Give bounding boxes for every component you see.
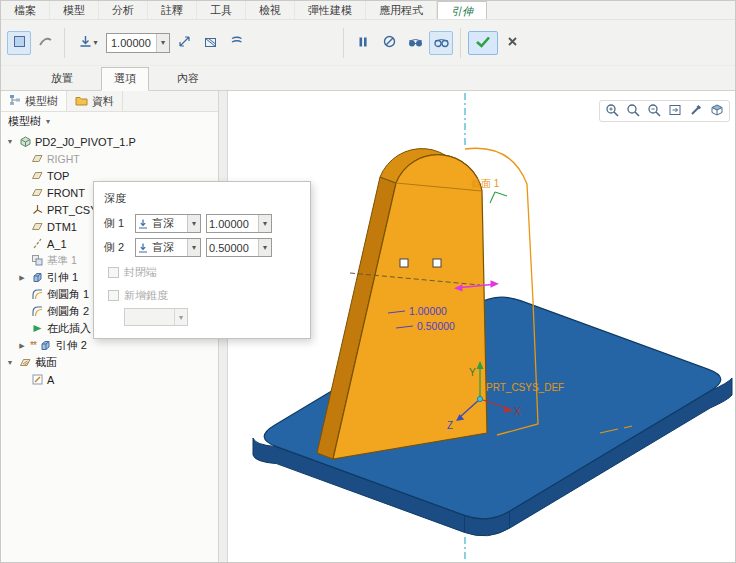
zoom-icon: [626, 103, 640, 119]
tree-item-13[interactable]: ▼截面: [1, 354, 218, 371]
solid-icon: [12, 34, 27, 51]
verify-glasses-icon: [407, 35, 424, 51]
navigator-tab-0[interactable]: 模型樹: [1, 91, 67, 111]
sections-icon: [18, 356, 32, 369]
chevron-down-icon[interactable]: ▾: [187, 239, 200, 256]
preview-glasses-icon: [433, 35, 450, 51]
creo-window: { "colors": { "ribbon_bg": "#f2f2f0", "a…: [0, 0, 736, 563]
ribbon-tab-1[interactable]: 模型: [50, 1, 99, 19]
ribbon-tab-6[interactable]: 彈性建模: [295, 1, 366, 19]
pause-button[interactable]: [351, 31, 375, 55]
dimension-side2[interactable]: 0.50000: [417, 320, 455, 332]
ok-button[interactable]: [468, 31, 498, 55]
thicken-sketch-button[interactable]: [224, 31, 248, 55]
round-icon: [30, 305, 44, 318]
remove-material-button[interactable]: [198, 31, 222, 55]
attached-preview-button[interactable]: [429, 31, 453, 55]
tree-item-12[interactable]: ▶**引伸 2: [1, 337, 218, 354]
depth-section-title: 深度: [104, 191, 300, 206]
ribbon-tab-3[interactable]: 註釋: [148, 1, 197, 19]
side2-depth-value-combobox[interactable]: 0.50000 ▾: [206, 238, 272, 257]
csys-icon: [30, 203, 44, 216]
add-taper-checkbox-row: 新增錐度: [108, 288, 300, 303]
side1-depth-type: 盲深: [150, 216, 187, 231]
depth-type-dropdown[interactable]: ▾: [72, 31, 104, 55]
dashboard-tab-bar: 放置選項內容: [1, 66, 735, 91]
round-icon: [30, 288, 44, 301]
capped-ends-checkbox: [108, 267, 119, 278]
no-preview-icon: [382, 34, 397, 51]
depth-value-combobox[interactable]: 1.00000 ▾: [106, 33, 170, 53]
tree-item-0[interactable]: ▼PD2_J0_PIVOT_1.P: [1, 133, 218, 150]
tree-item-14[interactable]: A: [1, 371, 218, 388]
tree-item-label: A: [47, 374, 54, 386]
expand-arrow-open-icon[interactable]: ▼: [5, 359, 15, 366]
tree-item-label: TOP: [47, 170, 69, 182]
folder-icon: [75, 95, 88, 108]
toolbar-separator: [64, 28, 65, 58]
ribbon-tab-4[interactable]: 工具: [197, 1, 246, 19]
navigator-tab-label: 模型樹: [25, 94, 58, 109]
extrude-surface-button[interactable]: [33, 31, 57, 55]
zoom-button[interactable]: [624, 103, 642, 119]
expand-arrow-closed-icon[interactable]: ▶: [17, 342, 27, 350]
side1-depth-value-combobox[interactable]: 1.00000 ▾: [206, 214, 272, 233]
ribbon-tab-7[interactable]: 應用程式: [366, 1, 437, 19]
expand-arrow-open-icon[interactable]: ▼: [5, 138, 15, 145]
repaint-button[interactable]: [687, 103, 705, 119]
dashboard-tab-2[interactable]: 內容: [165, 68, 211, 90]
tree-item-label: 截面: [35, 355, 57, 370]
side2-depth-value[interactable]: 0.50000: [207, 242, 258, 254]
blind-depth-icon: [136, 218, 150, 230]
sketch-icon: [30, 373, 44, 386]
chevron-down-icon: ▾: [93, 38, 97, 47]
cancel-button[interactable]: [500, 31, 524, 55]
chevron-down-icon[interactable]: ▾: [156, 34, 169, 52]
expand-arrow-closed-icon[interactable]: ▶: [17, 274, 27, 282]
csys-name-label[interactable]: PRT_CSYS_DEF: [486, 382, 564, 393]
axis-x-label: X: [514, 406, 521, 417]
model-tree-header[interactable]: 模型樹 ▾: [1, 112, 218, 131]
dashboard-tab-1[interactable]: 選項: [101, 67, 149, 91]
zoom-out-button[interactable]: [645, 103, 663, 119]
toolbar-separator: [460, 28, 461, 58]
side2-depth-type-combobox[interactable]: 盲深 ▾: [135, 238, 201, 257]
tree-item-label: DTM1: [47, 221, 77, 233]
navigator-tab-1[interactable]: 資料: [67, 91, 123, 111]
display-style-button[interactable]: [708, 103, 726, 119]
model-tree-icon: [9, 94, 21, 108]
chevron-down-icon[interactable]: ▾: [258, 215, 271, 232]
plane-icon: [30, 220, 44, 233]
thicken-icon: [229, 34, 244, 51]
regen-flag: **: [30, 340, 36, 351]
tree-item-label: RIGHT: [47, 153, 80, 165]
extrude-preview-body[interactable]: [317, 149, 487, 459]
ribbon-tab-0[interactable]: 檔案: [1, 1, 50, 19]
depth-value[interactable]: 1.00000: [107, 37, 156, 49]
side1-depth-type-combobox[interactable]: 盲深 ▾: [135, 214, 201, 233]
dimension-side1[interactable]: 1.00000: [409, 305, 447, 317]
refit-button[interactable]: [666, 103, 684, 119]
checkmark-icon: [474, 34, 492, 51]
no-preview-button[interactable]: [377, 31, 401, 55]
side2-depth-type: 盲深: [150, 240, 187, 255]
tree-item-1[interactable]: RIGHT: [1, 150, 218, 167]
section-label[interactable]: 截面 1: [470, 178, 500, 189]
taper-value-combobox: ▾: [124, 308, 188, 326]
zoom-in-button[interactable]: [603, 103, 621, 119]
plane-icon: [30, 169, 44, 182]
verify-feature-button[interactable]: [403, 31, 427, 55]
ribbon-tab-5[interactable]: 檢視: [246, 1, 295, 19]
ribbon-tab-2[interactable]: 分析: [99, 1, 148, 19]
chevron-down-icon[interactable]: ▾: [187, 215, 200, 232]
side1-depth-value[interactable]: 1.00000: [207, 218, 258, 230]
dashboard-tab-0[interactable]: 放置: [39, 68, 85, 90]
flip-direction-button[interactable]: [172, 31, 196, 55]
chevron-down-icon[interactable]: ▾: [258, 239, 271, 256]
part-icon: [18, 135, 32, 148]
ribbon-tab-8[interactable]: 引伸: [437, 1, 487, 19]
toolbar-separator: [343, 28, 344, 58]
extrude-solid-button[interactable]: [7, 31, 31, 55]
tree-item-label: 在此插入: [47, 321, 91, 336]
axis-y-label: Y: [469, 367, 476, 378]
